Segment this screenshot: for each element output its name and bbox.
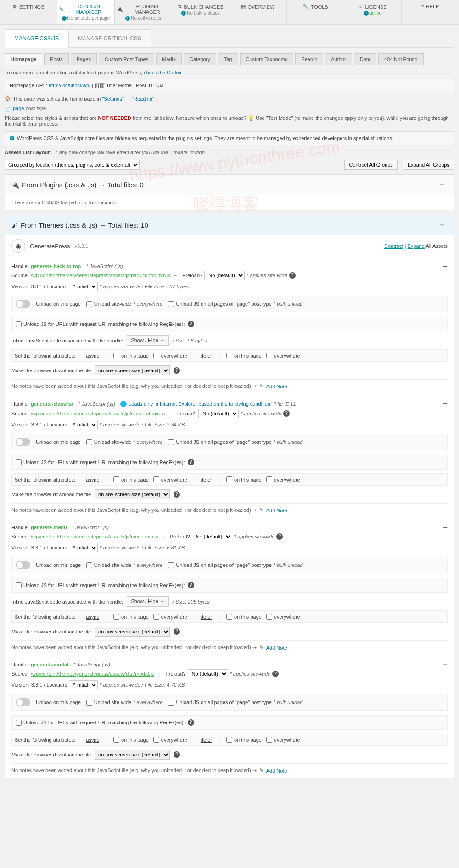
asset-source-link[interactable]: /wp-content/themes/generatepress/assets/… — [31, 273, 171, 278]
expand-assets-link[interactable]: Expand — [408, 243, 425, 249]
preload-select[interactable]: No (default) — [198, 409, 239, 418]
topnav-overview[interactable]: ▤OVERVIEW — [230, 0, 287, 24]
subtab-tag[interactable]: Tag — [218, 53, 238, 65]
homepage-url-link[interactable]: http://localhost/wp/ — [49, 83, 90, 88]
show-hide-inline-button[interactable]: Show / Hide ＋ — [127, 596, 168, 607]
plugins-collapse[interactable]: − — [437, 179, 448, 190]
contract-assets-link[interactable]: Contract — [384, 243, 403, 249]
defer-everywhere-check[interactable]: everywhere — [266, 614, 300, 620]
add-note-link[interactable]: Add Note — [266, 768, 287, 773]
async-onpage-check[interactable]: on this page — [113, 614, 149, 620]
help-icon[interactable]: ? — [188, 582, 194, 588]
subtab-pages[interactable]: Pages — [71, 53, 97, 65]
subtab-media[interactable]: Media — [156, 53, 182, 65]
asset-collapse[interactable]: − — [442, 399, 448, 409]
screen-size-select[interactable]: on any screen size (default) — [95, 627, 170, 637]
defer-everywhere-check[interactable]: everywhere — [266, 476, 300, 482]
subtab-homepage[interactable]: Homepage — [5, 53, 42, 65]
contract-all-button[interactable]: Contract All Groups — [344, 160, 398, 170]
topnav-plugins-manager[interactable]: 🔌PLUGINS MANAGERiNo active rules — [115, 0, 172, 24]
asset-collapse[interactable]: − — [442, 523, 448, 532]
async-everywhere-check[interactable]: everywhere — [153, 614, 187, 620]
location-select[interactable]: * initial — [69, 282, 98, 291]
preload-select[interactable]: No (default) — [204, 271, 245, 280]
async-everywhere-check[interactable]: everywhere — [153, 353, 187, 358]
add-note-link[interactable]: Add Note — [266, 645, 287, 650]
async-onpage-check[interactable]: on this page — [113, 476, 149, 482]
page-type-link[interactable]: page — [13, 106, 24, 111]
help-icon[interactable]: ? — [174, 751, 180, 758]
location-select[interactable]: * initial — [69, 680, 98, 689]
defer-onpage-check[interactable]: on this page — [226, 614, 262, 620]
topnav-license[interactable]: ☆LICENSEiactive — [344, 0, 402, 24]
add-note-link[interactable]: Add Note — [266, 384, 287, 389]
help-icon[interactable]: ? — [283, 410, 290, 417]
unload-page-toggle[interactable] — [16, 698, 30, 706]
screen-size-select[interactable]: on any screen size (default) — [95, 489, 170, 499]
subtab-custom-post-types[interactable]: Custom Post Types — [99, 53, 154, 65]
expand-all-button[interactable]: Expand All Groups — [403, 160, 454, 170]
show-hide-inline-button[interactable]: Show / Hide ＋ — [127, 335, 168, 346]
async-onpage-check[interactable]: on this page — [113, 353, 149, 358]
help-icon[interactable]: ? — [276, 533, 283, 540]
screen-size-select[interactable]: on any screen size (default) — [95, 750, 170, 760]
unload-posttype-check[interactable]: Unload JS on all pages of "page" post ty… — [168, 700, 302, 706]
unload-regex-check[interactable]: Unload JS for URLs with request URI matc… — [16, 459, 185, 465]
layout-select[interactable]: Grouped by location (themes, plugins, co… — [5, 160, 140, 170]
help-icon[interactable]: ? — [188, 321, 194, 327]
help-icon[interactable]: ? — [188, 459, 194, 465]
add-note-link[interactable]: Add Note — [266, 508, 287, 513]
asset-source-link[interactable]: /wp-content/themes/generatepress/assets/… — [31, 534, 158, 539]
unload-regex-check[interactable]: Unload JS for URLs with request URI matc… — [16, 321, 185, 327]
unload-sitewide-check[interactable]: Unload site-wide * everywhere — [86, 700, 163, 706]
unload-page-toggle[interactable] — [16, 561, 30, 569]
asset-collapse[interactable]: − — [442, 262, 448, 271]
help-icon[interactable]: ? — [272, 671, 279, 677]
defer-onpage-check[interactable]: on this page — [226, 353, 262, 358]
subtab-search[interactable]: Search — [295, 53, 323, 65]
tab-manage-critical-css[interactable]: MANAGE CRITICAL CSS — [68, 29, 151, 47]
unload-posttype-check[interactable]: Unload JS on all pages of "page" post ty… — [168, 439, 302, 445]
help-icon[interactable]: ? — [188, 719, 194, 726]
unload-page-toggle[interactable] — [16, 300, 30, 308]
subtab-author[interactable]: Author — [325, 53, 352, 65]
settings-reading-link[interactable]: "Settings" → "Reading" — [102, 96, 154, 101]
defer-everywhere-check[interactable]: everywhere — [266, 737, 300, 743]
themes-group-header[interactable]: 🖌From Themes (.css & .js) → Total files:… — [11, 221, 437, 229]
preload-select[interactable]: No (default) — [192, 532, 232, 541]
defer-onpage-check[interactable]: on this page — [226, 476, 262, 482]
themes-collapse[interactable]: − — [437, 220, 448, 230]
topnav-css-js-manager[interactable]: ✎CSS & JS MANAGERiNo unloads per page — [57, 0, 115, 24]
subtab-posts[interactable]: Posts — [44, 53, 69, 65]
help-icon[interactable]: ? — [174, 628, 180, 635]
subtab-date[interactable]: Date — [354, 53, 376, 65]
preload-select[interactable]: No (default) — [188, 669, 228, 678]
asset-source-link[interactable]: /wp-content/themes/generatepress/assets/… — [31, 671, 154, 677]
asset-source-link[interactable]: /wp-content/themes/generatepress/assets/… — [31, 411, 165, 416]
unload-regex-check[interactable]: Unload JS for URLs with request URI matc… — [16, 582, 185, 588]
screen-size-select[interactable]: on any screen size (default) — [95, 365, 170, 375]
async-everywhere-check[interactable]: everywhere — [153, 476, 187, 482]
help-icon[interactable]: ? — [174, 367, 180, 374]
asset-collapse[interactable]: − — [442, 660, 448, 670]
defer-everywhere-check[interactable]: everywhere — [266, 353, 300, 358]
unload-posttype-check[interactable]: Unload JS on all pages of "page" post ty… — [168, 301, 302, 307]
unload-regex-check[interactable]: Unload JS for URLs with request URI matc… — [16, 720, 185, 726]
plugins-group-header[interactable]: 🔌From Plugins (.css & .js) → Total files… — [11, 181, 437, 189]
topnav-help[interactable]: ?HELP — [402, 0, 459, 24]
subtab-category[interactable]: Category — [184, 53, 216, 65]
unload-sitewide-check[interactable]: Unload site-wide * everywhere — [86, 301, 163, 307]
unload-sitewide-check[interactable]: Unload site-wide * everywhere — [86, 439, 163, 445]
unload-page-toggle[interactable] — [16, 438, 30, 446]
location-select[interactable]: * initial — [69, 543, 98, 552]
unload-posttype-check[interactable]: Unload JS on all pages of "page" post ty… — [168, 562, 302, 568]
tab-manage-css-js[interactable]: MANAGE CSS/JS — [5, 29, 68, 48]
subtab--not-found[interactable]: 404 Not Found — [378, 53, 424, 65]
topnav-bulk-changes[interactable]: ⇅BULK CHANGESiNo bulk unloads — [172, 0, 230, 24]
async-everywhere-check[interactable]: everywhere — [153, 737, 187, 743]
defer-onpage-check[interactable]: on this page — [226, 737, 262, 743]
unload-sitewide-check[interactable]: Unload site-wide * everywhere — [86, 562, 163, 568]
help-icon[interactable]: ? — [289, 272, 296, 279]
location-select[interactable]: * initial — [69, 420, 98, 429]
topnav-settings[interactable]: ⚙SETTINGS — [0, 0, 57, 24]
